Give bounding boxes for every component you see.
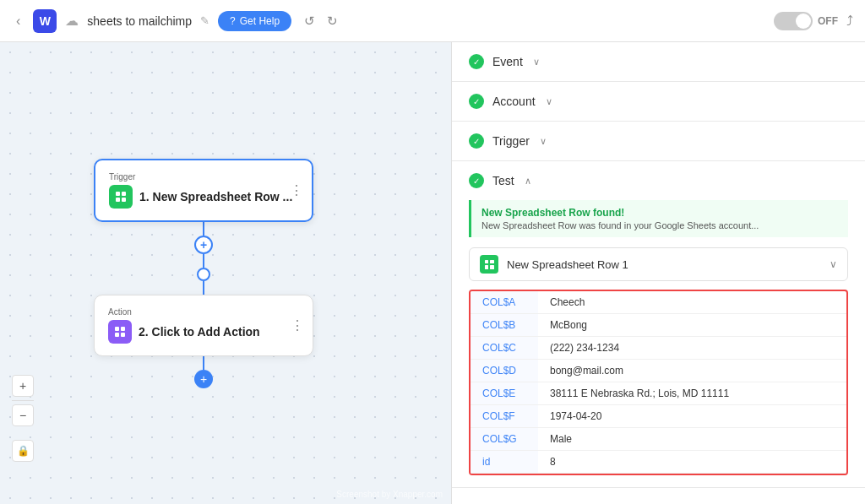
connector-1: + xyxy=(194,222,213,295)
trigger-accordion-header[interactable]: ✓ Trigger ∨ xyxy=(452,122,865,160)
data-row-label: New Spreadsheet Row 1 xyxy=(507,258,830,271)
table-cell-key: COL$G xyxy=(471,428,538,451)
table-cell-key: COL$D xyxy=(471,360,538,382)
test-chevron-icon: ∧ xyxy=(525,176,531,187)
main-layout: + − 🔒 Trigger xyxy=(0,42,865,504)
table-cell-value: (222) 234-1234 xyxy=(538,337,846,360)
table-row: COL$E38111 E Nebraska Rd.; Lois, MD 1111… xyxy=(471,382,846,405)
table-cell-value: Male xyxy=(538,428,846,451)
test-result-title: New Spreadsheet Row found! xyxy=(481,207,838,219)
trigger-node-menu-button[interactable]: ⋮ xyxy=(290,182,303,198)
connector-line-4 xyxy=(203,356,204,370)
cloud-icon: ☁ xyxy=(65,13,79,29)
help-icon: ? xyxy=(230,15,236,27)
undo-redo-group: ↺ ↻ xyxy=(300,12,342,30)
trigger-node-icon xyxy=(109,185,133,209)
table-row: COL$Dbong@mail.com xyxy=(471,360,846,382)
data-row-dropdown[interactable]: New Spreadsheet Row 1 ∨ xyxy=(469,247,848,281)
data-row-chevron-icon: ∨ xyxy=(830,258,837,270)
table-cell-value: Cheech xyxy=(538,291,846,314)
table-cell-key: COL$E xyxy=(471,382,538,405)
connector-line-1 xyxy=(203,222,204,236)
redo-button[interactable]: ↻ xyxy=(323,12,342,30)
table-cell-value: 38111 E Nebraska Rd.; Lois, MD 11111 xyxy=(538,382,846,405)
get-help-button[interactable]: ? Get Help xyxy=(218,11,291,31)
table-cell-value: 8 xyxy=(538,474,846,476)
share-button[interactable]: ⤴ xyxy=(846,14,853,29)
on-off-toggle[interactable] xyxy=(774,12,813,30)
screenshot-label: Screenshot by Xnapper.com xyxy=(336,490,443,499)
trigger-check-icon: ✓ xyxy=(469,133,484,149)
table-cell-key: COL$B xyxy=(471,314,538,337)
toggle-label: OFF xyxy=(818,15,838,27)
toggle-knob xyxy=(796,14,811,29)
trigger-node[interactable]: Trigger 1. New Spreadsheet Row ... ⋮ xyxy=(94,159,313,222)
toggle-group: OFF xyxy=(774,12,838,30)
action-node-title: 2. Click to Add Action xyxy=(108,320,299,344)
add-step-button-2[interactable]: + xyxy=(194,370,213,388)
table-row: COL$C(222) 234-1234 xyxy=(471,337,846,360)
zoom-out-button[interactable]: − xyxy=(12,404,34,426)
trigger-section: ✓ Trigger ∨ xyxy=(452,122,865,161)
table-cell-value: McBong xyxy=(538,314,846,337)
data-table: COL$ACheechCOL$BMcBongCOL$C(222) 234-123… xyxy=(471,291,846,475)
data-table-container: COL$ACheechCOL$BMcBongCOL$C(222) 234-123… xyxy=(469,290,848,475)
svg-rect-4 xyxy=(115,327,119,331)
action-node-menu-button[interactable]: ⋮ xyxy=(291,317,304,333)
svg-rect-3 xyxy=(122,198,126,202)
svg-rect-6 xyxy=(115,333,119,337)
test-section: ✓ Test ∧ New Spreadsheet Row found! New … xyxy=(452,161,865,488)
svg-rect-8 xyxy=(485,260,488,263)
table-cell-key: rowId xyxy=(471,474,538,476)
svg-rect-2 xyxy=(116,198,120,202)
svg-rect-9 xyxy=(490,260,494,263)
connector-2: + xyxy=(194,356,213,388)
trigger-node-title: 1. New Spreadsheet Row ... xyxy=(109,185,298,209)
workflow-nodes: Trigger 1. New Spreadsheet Row ... ⋮ xyxy=(94,159,313,388)
connector-line-2 xyxy=(203,254,204,268)
test-section-body: New Spreadsheet Row found! New Spreadshe… xyxy=(452,200,865,487)
account-section-title: Account xyxy=(492,95,536,108)
table-cell-key: COL$A xyxy=(471,291,538,314)
event-section: ✓ Event ∨ xyxy=(452,42,865,82)
table-cell-key: COL$F xyxy=(471,405,538,428)
connector-line-3 xyxy=(203,281,204,295)
action-node[interactable]: Action 2. Click to Add Action ⋮ xyxy=(94,295,313,356)
right-panel-scroll[interactable]: ✓ Event ∨ ✓ Account ∨ ✓ Trigger ∨ xyxy=(452,42,865,504)
table-cell-value: 8 xyxy=(538,451,846,474)
account-section: ✓ Account ∨ xyxy=(452,82,865,122)
add-step-button-1[interactable]: + xyxy=(194,236,213,254)
topbar: ‹ W ☁ sheets to mailchimp ✎ ? Get Help ↺… xyxy=(0,0,865,42)
event-check-icon: ✓ xyxy=(469,54,484,69)
zoom-controls: + − 🔒 xyxy=(12,375,34,462)
test-result-banner: New Spreadsheet Row found! New Spreadshe… xyxy=(469,200,848,237)
trigger-section-title: Trigger xyxy=(492,134,530,148)
account-accordion-header[interactable]: ✓ Account ∨ xyxy=(452,82,865,121)
zoom-divider xyxy=(12,400,34,401)
action-node-label: Action xyxy=(108,307,299,317)
action-node-icon xyxy=(108,320,132,344)
undo-button[interactable]: ↺ xyxy=(300,12,319,30)
connector-dot xyxy=(197,268,210,281)
back-button[interactable]: ‹ xyxy=(12,12,24,30)
svg-rect-10 xyxy=(485,265,488,269)
table-cell-value: 1974-04-20 xyxy=(538,405,846,428)
table-cell-key: COL$C xyxy=(471,337,538,360)
svg-rect-1 xyxy=(122,192,126,196)
trigger-chevron-icon: ∨ xyxy=(540,136,547,147)
workflow-canvas[interactable]: + − 🔒 Trigger xyxy=(0,42,451,504)
table-row: COL$GMale xyxy=(471,428,846,451)
test-accordion-header[interactable]: ✓ Test ∧ xyxy=(452,161,865,200)
test-check-icon: ✓ xyxy=(469,173,484,188)
edit-icon[interactable]: ✎ xyxy=(200,14,209,27)
test-result-desc: New Spreadsheet Row was found in your Go… xyxy=(481,220,838,230)
zoom-in-button[interactable]: + xyxy=(12,375,34,397)
event-accordion-header[interactable]: ✓ Event ∨ xyxy=(452,42,865,81)
svg-rect-5 xyxy=(121,327,125,331)
table-cell-value: bong@mail.com xyxy=(538,360,846,382)
table-row: COL$ACheech xyxy=(471,291,846,314)
lock-button[interactable]: 🔒 xyxy=(12,440,34,462)
table-row: id8 xyxy=(471,451,846,474)
svg-rect-7 xyxy=(121,333,125,337)
table-cell-key: id xyxy=(471,451,538,474)
